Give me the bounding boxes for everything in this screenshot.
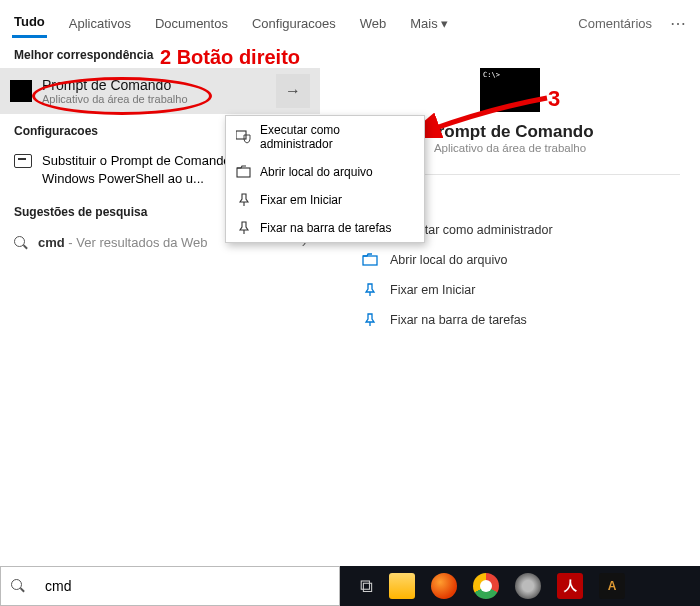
taskbar: ⧉ 人 A xyxy=(0,566,700,606)
search-icon xyxy=(14,236,28,250)
action-pin-taskbar[interactable]: Fixar na barra de tarefas xyxy=(358,305,690,335)
ctx-run-admin-label: Executar como administrador xyxy=(260,123,414,151)
ctx-pin-start-label: Fixar em Iniciar xyxy=(260,193,342,207)
tab-tudo[interactable]: Tudo xyxy=(12,8,47,38)
svg-rect-4 xyxy=(237,168,250,177)
adobe-reader-icon[interactable]: 人 xyxy=(557,573,583,599)
cmd-icon xyxy=(10,80,32,102)
folder-icon xyxy=(362,253,378,267)
folder-icon xyxy=(236,165,252,179)
pin-start-icon xyxy=(236,193,252,207)
ctx-open-location[interactable]: Abrir local do arquivo xyxy=(226,158,424,186)
tab-mais-label: Mais xyxy=(410,16,437,31)
action-pin-start[interactable]: Fixar em Iniciar xyxy=(358,275,690,305)
tab-aplicativos[interactable]: Aplicativos xyxy=(67,10,133,37)
task-view-icon[interactable]: ⧉ xyxy=(360,576,373,597)
search-icon xyxy=(11,579,25,593)
ctx-pin-taskbar-label: Fixar na barra de tarefas xyxy=(260,221,391,235)
chrome-icon[interactable] xyxy=(473,573,499,599)
pin-start-icon xyxy=(362,283,378,297)
expand-arrow-button[interactable]: → xyxy=(276,74,310,108)
pin-taskbar-icon xyxy=(236,221,252,235)
action-pin-taskbar-label: Fixar na barra de tarefas xyxy=(390,313,527,327)
pin-taskbar-icon xyxy=(362,313,378,327)
shield-icon xyxy=(236,130,252,144)
ctx-pin-taskbar[interactable]: Fixar na barra de tarefas xyxy=(226,214,424,242)
search-tabs: Tudo Aplicativos Documentos Configuracoe… xyxy=(0,0,700,38)
tab-mais[interactable]: Mais ▾ xyxy=(408,10,450,37)
action-open-location[interactable]: Abrir local do arquivo xyxy=(358,245,690,275)
autocad-icon[interactable]: A xyxy=(599,573,625,599)
tab-web[interactable]: Web xyxy=(358,10,389,37)
settings-window-icon xyxy=(14,154,32,168)
tab-configuracoes[interactable]: Configuracoes xyxy=(250,10,338,37)
taskbar-tray: ⧉ 人 A xyxy=(340,566,700,606)
ctx-pin-start[interactable]: Fixar em Iniciar xyxy=(226,186,424,214)
app-tile-icon xyxy=(480,68,540,112)
file-explorer-icon[interactable] xyxy=(389,573,415,599)
best-match-title: Prompt de Comando xyxy=(42,77,276,93)
chevron-down-icon: ▾ xyxy=(441,16,448,31)
taskbar-search[interactable] xyxy=(0,566,340,606)
ctx-open-location-label: Abrir local do arquivo xyxy=(260,165,373,179)
best-match-subtitle: Aplicativo da área de trabalho xyxy=(42,93,276,105)
svg-rect-2 xyxy=(363,256,377,265)
best-match-texts: Prompt de Comando Aplicativo da área de … xyxy=(42,77,276,105)
action-pin-start-label: Fixar em Iniciar xyxy=(390,283,475,297)
context-menu: Executar como administrador Abrir local … xyxy=(225,115,425,243)
tab-documentos[interactable]: Documentos xyxy=(153,10,230,37)
firefox-icon[interactable] xyxy=(431,573,457,599)
disc-app-icon[interactable] xyxy=(515,573,541,599)
ctx-run-admin[interactable]: Executar como administrador xyxy=(226,116,424,158)
section-best-match: Melhor correspondência xyxy=(0,38,320,68)
tab-comentarios[interactable]: Comentários xyxy=(576,10,654,37)
search-input[interactable] xyxy=(45,578,329,594)
best-match-item[interactable]: Prompt de Comando Aplicativo da área de … xyxy=(0,68,320,114)
more-menu-icon[interactable]: ⋯ xyxy=(670,14,688,33)
action-open-location-label: Abrir local do arquivo xyxy=(390,253,507,267)
